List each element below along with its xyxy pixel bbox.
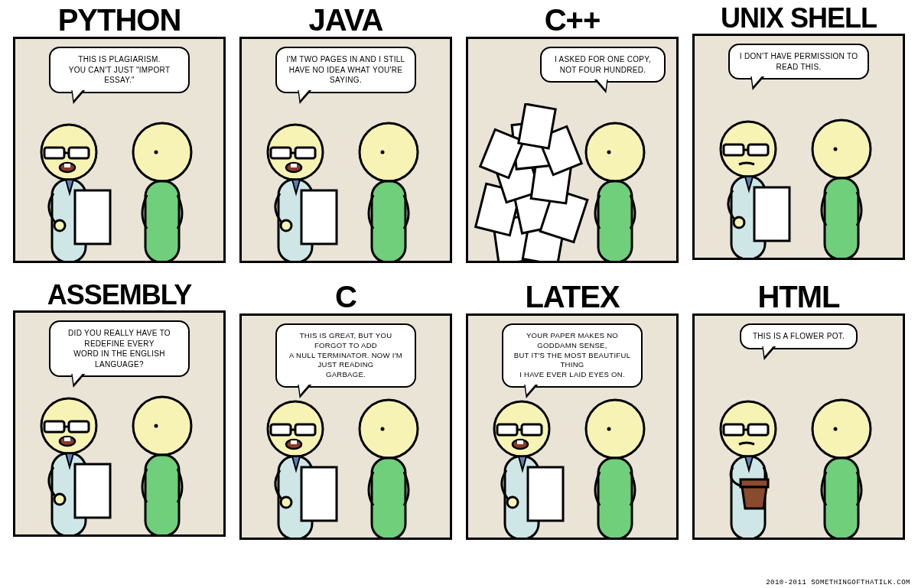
svg-rect-72 <box>301 467 337 521</box>
svg-rect-76 <box>372 458 405 539</box>
panel-title: UNIX SHELL <box>721 5 877 32</box>
panel-frame: I DON'T HAVE PERMISSION TOREAD THIS. <box>692 34 905 260</box>
svg-point-75 <box>381 427 385 431</box>
svg-rect-14 <box>271 148 291 158</box>
svg-rect-21 <box>301 190 337 244</box>
svg-point-60 <box>54 494 65 505</box>
svg-rect-36 <box>519 104 555 148</box>
svg-rect-53 <box>69 421 89 432</box>
scene <box>242 115 450 261</box>
panel-java: JAVA I'M TWO PAGES IN AND I STILLHAVE NO… <box>237 0 454 263</box>
panel-title: LATEX <box>525 281 619 312</box>
panel-frame: DID YOU REALLY HAVE TO REDEFINE EVERYWOR… <box>13 310 226 537</box>
svg-point-10 <box>133 123 191 181</box>
teacher-character <box>31 117 122 262</box>
svg-rect-69 <box>291 440 297 444</box>
scene <box>15 115 223 261</box>
svg-rect-12 <box>145 181 179 262</box>
speech-bubble: I'M TWO PAGES IN AND I STILLHAVE NO IDEA… <box>275 47 416 93</box>
panel-frame: THIS IS A FLOWER POT. <box>692 313 905 540</box>
svg-point-11 <box>155 151 158 154</box>
speech-bubble: YOUR PAPER MAKES NO GODDAMN SENSE,BUT IT… <box>502 323 643 388</box>
student-character <box>803 394 880 539</box>
svg-point-88 <box>607 427 611 431</box>
scene <box>242 392 450 538</box>
student-character <box>124 117 200 262</box>
panel-frame: I'M TWO PAGES IN AND I STILLHAVE NO IDEA… <box>239 37 452 263</box>
svg-rect-50 <box>825 178 858 259</box>
panel-frame: THIS IS PLAGIARISM.YOU CAN'T JUST "IMPOR… <box>13 37 226 263</box>
svg-point-47 <box>734 217 744 228</box>
svg-rect-2 <box>69 148 89 158</box>
flower-pot-icon <box>741 479 768 508</box>
svg-rect-59 <box>75 464 110 518</box>
svg-point-74 <box>360 400 418 458</box>
comic-row-1: PYTHON THIS IS PLAGIARISM.YOU CAN'T JUST… <box>0 0 918 263</box>
svg-rect-63 <box>145 455 179 536</box>
svg-point-37 <box>586 123 644 181</box>
svg-point-73 <box>281 497 291 508</box>
svg-rect-89 <box>598 458 632 539</box>
student-character <box>350 117 427 262</box>
svg-rect-91 <box>724 424 744 435</box>
teacher-character <box>710 114 802 259</box>
svg-rect-78 <box>497 424 517 435</box>
svg-point-38 <box>607 151 611 154</box>
svg-rect-5 <box>64 164 70 167</box>
panel-cpp: C++ I ASKED FOR ONE COPY,NOT FOUR HUNDRE… <box>464 0 681 263</box>
svg-rect-41 <box>724 145 744 155</box>
panel-c: C THIS IS GREAT, BUT YOU FORGOT TO ADDA … <box>237 263 454 540</box>
svg-point-62 <box>155 424 158 428</box>
svg-rect-92 <box>748 424 768 435</box>
svg-point-9 <box>54 220 65 231</box>
comic-grid: PYTHON THIS IS PLAGIARISM.YOU CAN'T JUST… <box>0 0 918 588</box>
speech-bubble: THIS IS A FLOWER POT. <box>740 323 858 349</box>
speech-bubble: THIS IS GREAT, BUT YOU FORGOT TO ADDA NU… <box>275 323 416 388</box>
panel-title: JAVA <box>309 5 383 35</box>
svg-rect-18 <box>291 164 297 167</box>
panel-html: HTML THIS IS A FLOWER POT. <box>690 263 907 540</box>
svg-point-86 <box>507 497 518 508</box>
student-character <box>803 114 880 259</box>
panel-title: C++ <box>545 5 601 35</box>
scene <box>468 115 676 261</box>
svg-point-49 <box>834 148 838 151</box>
student-character <box>577 117 653 262</box>
svg-point-97 <box>812 400 871 458</box>
panel-title: HTML <box>757 281 839 312</box>
comic-row-2: ASSEMBLY DID YOU REALLY HAVE TO REDEFINE… <box>0 263 918 540</box>
svg-rect-85 <box>528 467 563 521</box>
teacher-with-flowerpot <box>710 394 802 539</box>
svg-point-61 <box>133 397 191 455</box>
panel-title: C <box>335 281 356 312</box>
scene <box>695 392 903 538</box>
panel-python: PYTHON THIS IS PLAGIARISM.YOU CAN'T JUST… <box>11 0 228 263</box>
teacher-character <box>483 394 575 539</box>
panel-frame: THIS IS GREAT, BUT YOU FORGOT TO ADDA NU… <box>239 313 452 540</box>
svg-rect-39 <box>598 181 632 262</box>
svg-rect-56 <box>64 437 70 441</box>
student-character <box>350 394 427 539</box>
panel-assembly: ASSEMBLY DID YOU REALLY HAVE TO REDEFINE… <box>11 263 228 540</box>
svg-rect-1 <box>44 148 64 158</box>
svg-rect-99 <box>825 458 858 539</box>
svg-rect-65 <box>271 424 291 435</box>
panel-latex: LATEX YOUR PAPER MAKES NO GODDAMN SENSE,… <box>464 263 681 540</box>
svg-point-23 <box>360 123 418 181</box>
scene <box>15 389 223 534</box>
svg-rect-82 <box>517 440 523 444</box>
student-character <box>577 394 653 539</box>
svg-rect-66 <box>295 424 315 435</box>
speech-bubble: I ASKED FOR ONE COPY,NOT FOUR HUNDRED. <box>540 47 666 83</box>
speech-bubble: I DON'T HAVE PERMISSION TOREAD THIS. <box>728 44 869 80</box>
svg-rect-79 <box>522 424 542 435</box>
student-character <box>124 391 200 536</box>
svg-rect-52 <box>44 421 64 432</box>
svg-rect-46 <box>754 187 789 241</box>
speech-bubble: DID YOU REALLY HAVE TO REDEFINE EVERYWOR… <box>49 320 190 377</box>
panel-unix: UNIX SHELL I DON'T HAVE PERMISSION TOREA… <box>690 0 907 263</box>
svg-rect-25 <box>372 181 405 262</box>
svg-point-98 <box>834 427 838 431</box>
scene <box>695 112 903 258</box>
svg-rect-8 <box>75 190 110 244</box>
